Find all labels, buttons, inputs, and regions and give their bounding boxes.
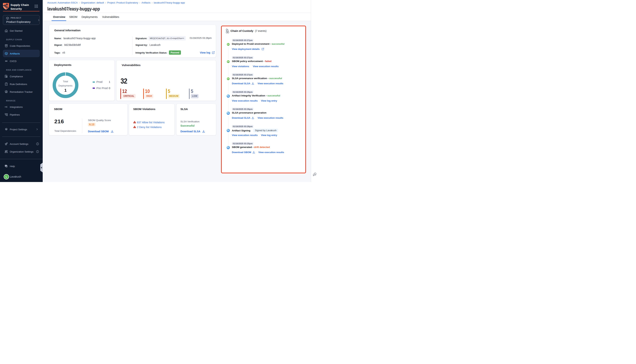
svg-text:?: ? <box>6 165 6 166</box>
